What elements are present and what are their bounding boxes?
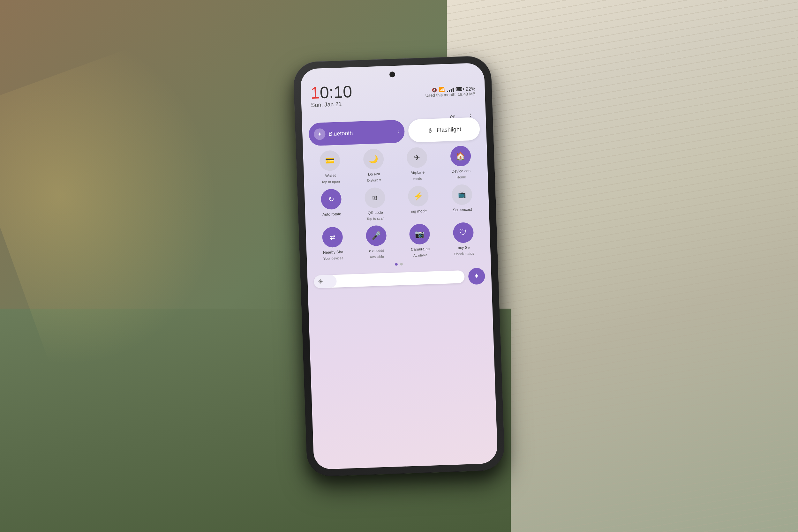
dot-2 — [400, 263, 403, 265]
wifi-icon: 📶 — [439, 87, 445, 93]
nearby-share-label: Nearby Sha — [323, 250, 343, 255]
tile-auto-rotate[interactable]: ↻ Auto rotate — [310, 188, 352, 223]
nearby-share-sublabel: Your devices — [323, 255, 343, 260]
mic-access-label: e access — [369, 248, 384, 253]
phone-body: 10:10 Sun, Jan 21 🔇 📶 — [293, 55, 505, 477]
dnd-label: Do Not — [368, 171, 380, 177]
phone-device: 10:10 Sun, Jan 21 🔇 📶 — [293, 55, 505, 477]
privacy-sublabel: Check status — [454, 251, 474, 255]
qr-code-icon-circle: ⊞ — [364, 187, 385, 208]
airplane-sublabel: mode — [413, 176, 422, 180]
bluetooth-button[interactable]: ✦ Bluetooth › — [308, 120, 405, 146]
dot-1 — [395, 263, 398, 265]
mic-access-sublabel: Available — [369, 254, 384, 259]
tile-qr-code[interactable]: ⊞ QR code Tap to scan — [354, 186, 396, 221]
top-tiles-row: ✦ Bluetooth › 🕯 Flashlight — [308, 117, 480, 146]
tiles-grid-row2: ↻ Auto rotate ⊞ QR code Tap to scan ⚡ in… — [310, 184, 482, 223]
flashlight-button[interactable]: 🕯 Flashlight — [408, 117, 480, 142]
brightness-row: ☀ ✦ — [314, 267, 485, 290]
airplane-label: Airplane — [411, 170, 425, 175]
flashlight-label: Flashlight — [436, 126, 461, 133]
tile-nearby-share[interactable]: ⇄ Nearby Sha Your devices — [312, 226, 354, 261]
qr-code-sublabel: Tap to scan — [366, 216, 385, 221]
device-control-label: Device con — [452, 168, 471, 174]
tiles-grid-row3: ⇄ Nearby Sha Your devices 🎤 e access Ava… — [312, 222, 484, 261]
brightness-fill — [314, 274, 337, 288]
wallet-sublabel: Tap to open — [321, 179, 340, 184]
battery-percent: 92% — [466, 86, 475, 91]
time-date-section: 10:10 Sun, Jan 21 — [310, 83, 353, 108]
charging-mode-icon-circle: ⚡ — [408, 185, 429, 207]
device-control-sublabel: Home — [456, 175, 466, 179]
auto-rotate-label: Auto rotate — [322, 211, 341, 217]
camera-access-sublabel: Available — [413, 253, 428, 257]
signal-bars — [446, 87, 454, 92]
airplane-icon-circle: ✈ — [406, 147, 428, 168]
bluetooth-arrow: › — [398, 128, 400, 134]
auto-brightness-icon: ✦ — [474, 272, 480, 281]
battery-icon — [456, 87, 464, 91]
privacy-label: acy Se — [458, 245, 470, 250]
flashlight-icon: 🕯 — [427, 126, 434, 134]
date-display: Sun, Jan 21 — [311, 100, 353, 109]
auto-brightness-button[interactable]: ✦ — [468, 267, 485, 285]
charging-mode-label: ing mode — [411, 208, 427, 214]
wallet-label: Wallet — [325, 173, 336, 178]
bluetooth-icon: ✦ — [314, 128, 326, 140]
tile-airplane[interactable]: ✈ Airplane mode — [396, 147, 438, 181]
qr-code-label: QR code — [368, 210, 383, 215]
tile-screencast[interactable]: 📺 Screencast — [441, 184, 483, 218]
mic-access-icon-circle: 🎤 — [365, 225, 386, 246]
screencast-label: Screencast — [453, 207, 472, 212]
device-control-icon-circle: 🏠 — [450, 145, 471, 166]
tiles-grid-row1: 💳 Wallet Tap to open 🌙 Do Not Disturb ▾ … — [309, 145, 481, 184]
camera-hole — [390, 72, 396, 78]
tile-dnd[interactable]: 🌙 Do Not Disturb ▾ — [353, 148, 395, 183]
mute-icon: 🔇 — [432, 88, 437, 93]
tile-wallet[interactable]: 💳 Wallet Tap to open — [309, 150, 351, 185]
tile-charging-mode[interactable]: ⚡ ing mode — [398, 185, 439, 220]
auto-rotate-icon-circle: ↻ — [321, 188, 342, 209]
page-dots — [314, 260, 484, 268]
quick-settings-panel: ✦ Bluetooth › 🕯 Flashlight 💳 Wal — [308, 101, 491, 450]
privacy-icon-circle: 🛡 — [453, 222, 474, 243]
clock-hour: 1 — [310, 83, 320, 102]
tile-device-control[interactable]: 🏠 Device con Home — [440, 145, 482, 180]
brightness-slider[interactable]: ☀ — [314, 270, 465, 288]
wallet-icon-circle: 💳 — [319, 150, 340, 171]
clock-rest: 0:10 — [320, 82, 353, 101]
status-icons: 🔇 📶 — [425, 86, 476, 98]
clock-display: 10:10 — [310, 83, 353, 101]
tile-camera-access[interactable]: 📷 Camera ac Available — [399, 223, 440, 258]
tile-privacy[interactable]: 🛡 acy Se Check status — [443, 222, 484, 256]
camera-access-label: Camera ac — [411, 246, 430, 252]
brightness-sun-icon: ☀ — [318, 278, 324, 286]
dnd-sublabel: Disturb ▾ — [367, 178, 381, 183]
screencast-icon-circle: 📺 — [451, 184, 472, 205]
camera-access-icon-circle: 📷 — [409, 223, 430, 245]
dnd-icon-circle: 🌙 — [363, 148, 384, 169]
nearby-share-icon-circle: ⇄ — [322, 227, 343, 248]
phone-screen: 10:10 Sun, Jan 21 🔇 📶 — [300, 62, 498, 470]
tile-mic-access[interactable]: 🎤 e access Available — [356, 225, 397, 259]
bluetooth-label: Bluetooth — [328, 128, 395, 137]
